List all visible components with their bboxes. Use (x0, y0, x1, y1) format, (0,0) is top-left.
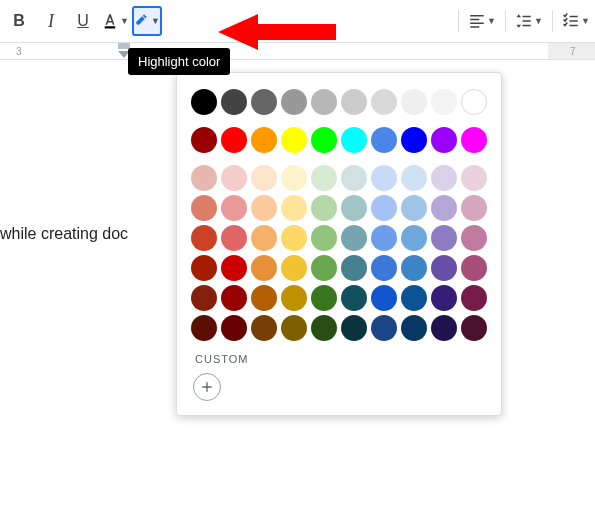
color-swatch[interactable] (191, 165, 217, 191)
color-swatch[interactable] (431, 195, 457, 221)
color-swatch[interactable] (191, 225, 217, 251)
color-swatch[interactable] (251, 315, 277, 341)
color-swatch[interactable] (401, 195, 427, 221)
color-swatch[interactable] (281, 315, 307, 341)
color-swatch[interactable] (281, 255, 307, 281)
document-area[interactable]: one while creating doc (0, 60, 595, 68)
color-swatch[interactable] (401, 315, 427, 341)
color-swatch[interactable] (371, 225, 397, 251)
color-swatch[interactable] (221, 195, 247, 221)
color-swatch[interactable] (311, 127, 337, 153)
color-swatch[interactable] (311, 225, 337, 251)
color-swatch[interactable] (281, 127, 307, 153)
color-swatch[interactable] (341, 285, 367, 311)
color-swatch[interactable] (461, 285, 487, 311)
color-swatch[interactable] (281, 285, 307, 311)
color-swatch[interactable] (371, 165, 397, 191)
color-swatch[interactable] (431, 165, 457, 191)
plus-icon (199, 379, 215, 395)
color-swatch[interactable] (281, 165, 307, 191)
color-swatch[interactable] (221, 165, 247, 191)
color-swatch[interactable] (281, 225, 307, 251)
color-swatch[interactable] (401, 285, 427, 311)
color-swatch[interactable] (251, 127, 277, 153)
color-swatch[interactable] (371, 127, 397, 153)
highlight-color-button[interactable]: ▼ (132, 6, 162, 36)
doc-text-line2: while creating doc (0, 225, 128, 243)
color-swatch[interactable] (221, 285, 247, 311)
color-swatch[interactable] (251, 89, 277, 115)
color-swatch[interactable] (341, 127, 367, 153)
color-swatch[interactable] (251, 225, 277, 251)
color-swatch[interactable] (221, 127, 247, 153)
color-swatch[interactable] (431, 255, 457, 281)
color-swatch[interactable] (401, 165, 427, 191)
color-swatch[interactable] (221, 315, 247, 341)
color-swatch[interactable] (341, 89, 367, 115)
color-swatch[interactable] (341, 315, 367, 341)
color-swatch[interactable] (371, 315, 397, 341)
text-color-button[interactable]: ▼ (100, 6, 130, 36)
highlighter-icon (134, 12, 150, 30)
color-swatch[interactable] (221, 89, 247, 115)
color-swatch[interactable] (341, 225, 367, 251)
color-swatch[interactable] (461, 165, 487, 191)
color-swatch[interactable] (431, 89, 457, 115)
color-swatch[interactable] (311, 89, 337, 115)
add-custom-color-button[interactable] (193, 373, 221, 401)
color-swatch[interactable] (341, 165, 367, 191)
color-swatch[interactable] (461, 89, 487, 115)
underline-button[interactable]: U (68, 6, 98, 36)
color-swatch[interactable] (431, 225, 457, 251)
line-spacing-button[interactable]: ▼ (514, 6, 544, 36)
color-swatch[interactable] (401, 255, 427, 281)
color-swatch[interactable] (431, 285, 457, 311)
color-swatch[interactable] (371, 285, 397, 311)
color-swatch[interactable] (311, 315, 337, 341)
color-swatch[interactable] (341, 255, 367, 281)
color-swatch[interactable] (371, 89, 397, 115)
color-swatch[interactable] (311, 195, 337, 221)
color-swatch[interactable] (191, 315, 217, 341)
color-swatch[interactable] (341, 195, 367, 221)
color-swatch[interactable] (431, 127, 457, 153)
color-swatch[interactable] (281, 89, 307, 115)
checklist-icon (562, 12, 580, 30)
color-swatch[interactable] (311, 285, 337, 311)
italic-button[interactable]: I (36, 6, 66, 36)
color-swatch[interactable] (311, 255, 337, 281)
color-swatch[interactable] (461, 225, 487, 251)
custom-section-label: CUSTOM (195, 353, 487, 365)
color-swatch[interactable] (461, 127, 487, 153)
color-swatch[interactable] (191, 255, 217, 281)
color-swatch[interactable] (401, 127, 427, 153)
color-swatch[interactable] (251, 255, 277, 281)
color-swatch[interactable] (281, 195, 307, 221)
color-swatch[interactable] (371, 255, 397, 281)
svg-marker-3 (218, 14, 258, 50)
color-swatch[interactable] (251, 285, 277, 311)
color-swatch[interactable] (221, 255, 247, 281)
list-button[interactable]: ▼ (561, 6, 591, 36)
color-swatch[interactable] (251, 195, 277, 221)
color-picker-panel: CUSTOM (176, 72, 502, 416)
color-swatch[interactable] (311, 165, 337, 191)
line-spacing-icon (515, 12, 533, 30)
color-swatch[interactable] (401, 225, 427, 251)
color-swatch[interactable] (191, 89, 217, 115)
bold-button[interactable]: B (4, 6, 34, 36)
color-swatch[interactable] (221, 225, 247, 251)
color-swatch[interactable] (461, 255, 487, 281)
color-swatch[interactable] (431, 315, 457, 341)
ruler-tick: 3 (16, 46, 22, 57)
text-color-icon (101, 12, 119, 30)
color-swatch[interactable] (191, 195, 217, 221)
color-swatch[interactable] (401, 89, 427, 115)
color-swatch[interactable] (191, 127, 217, 153)
align-button[interactable]: ▼ (467, 6, 497, 36)
color-swatch[interactable] (371, 195, 397, 221)
color-swatch[interactable] (191, 285, 217, 311)
color-swatch[interactable] (461, 315, 487, 341)
color-swatch[interactable] (251, 165, 277, 191)
color-swatch[interactable] (461, 195, 487, 221)
